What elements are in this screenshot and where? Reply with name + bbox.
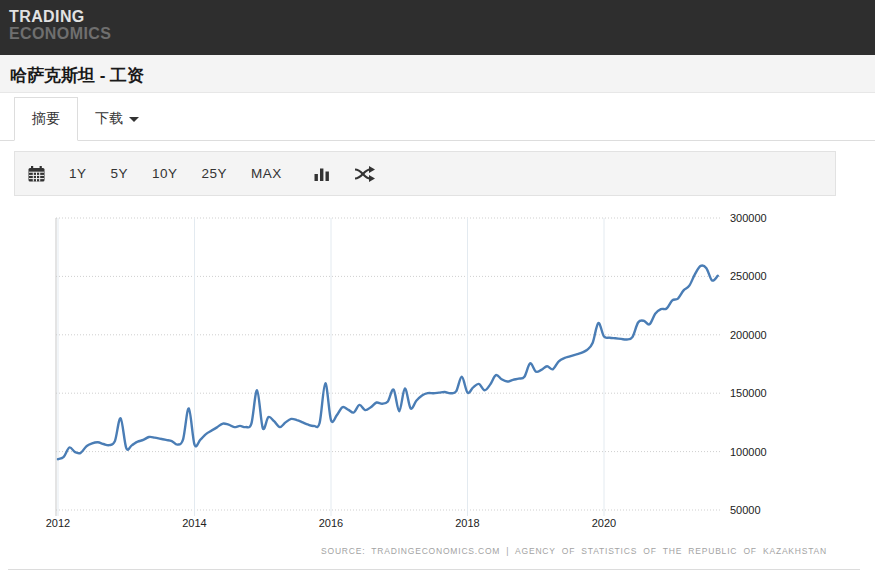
title-bar: 哈萨克斯坦 - 工资 (0, 55, 875, 93)
tab-summary[interactable]: 摘要 (14, 97, 78, 141)
svg-text:100000: 100000 (730, 446, 767, 458)
tab-bar: 摘要 下载 (0, 93, 875, 141)
logo-line-economics: ECONOMICS (9, 25, 111, 42)
range-5y-label: 5Y (111, 166, 129, 181)
calendar-icon (28, 166, 45, 182)
calendar-button[interactable] (28, 166, 45, 182)
range-25y-label: 25Y (202, 166, 228, 181)
range-10y-button[interactable]: 10Y (152, 166, 178, 181)
svg-text:2012: 2012 (46, 517, 70, 529)
compare-button[interactable] (354, 165, 375, 183)
logo-line-trading: TRADING (9, 8, 111, 25)
site-header: TRADING ECONOMICS (0, 0, 875, 55)
svg-text:2014: 2014 (182, 517, 206, 529)
svg-text:2016: 2016 (319, 517, 343, 529)
bottom-divider (8, 569, 860, 570)
svg-text:2020: 2020 (592, 517, 616, 529)
range-5y-button[interactable]: 5Y (111, 166, 129, 181)
chart-source-text: SOURCE: TRADINGECONOMICS.COM | AGENCY OF… (321, 546, 827, 556)
caret-down-icon (129, 117, 139, 122)
range-25y-button[interactable]: 25Y (202, 166, 228, 181)
svg-text:300000: 300000 (730, 212, 767, 224)
page-title: 哈萨克斯坦 - 工资 (0, 55, 875, 87)
trading-economics-logo[interactable]: TRADING ECONOMICS (9, 8, 111, 42)
range-1y-label: 1Y (69, 166, 87, 181)
range-max-button[interactable]: MAX (251, 166, 282, 181)
tab-summary-label: 摘要 (32, 110, 60, 126)
range-1y-button[interactable]: 1Y (69, 166, 87, 181)
range-10y-label: 10Y (152, 166, 178, 181)
svg-text:250000: 250000 (730, 270, 767, 282)
svg-text:50000: 50000 (730, 504, 761, 516)
bar-chart-icon (314, 167, 330, 181)
svg-text:200000: 200000 (730, 329, 767, 341)
tab-download[interactable]: 下载 (78, 98, 156, 140)
range-max-label: MAX (251, 166, 282, 181)
svg-text:2018: 2018 (455, 517, 479, 529)
wage-chart-container: 3000002500002000001500001000005000020122… (0, 196, 875, 572)
tab-download-label: 下载 (95, 110, 123, 126)
wage-line-chart[interactable]: 3000002500002000001500001000005000020122… (0, 196, 875, 572)
chart-toolbar: 1Y 5Y 10Y 25Y MAX (14, 151, 836, 196)
compare-icon (354, 165, 375, 183)
svg-text:150000: 150000 (730, 387, 767, 399)
trading-economics-page: TRADING ECONOMICS 哈萨克斯坦 - 工资 摘要 下载 1Y 5Y… (0, 0, 875, 572)
chart-type-button[interactable] (314, 167, 330, 181)
